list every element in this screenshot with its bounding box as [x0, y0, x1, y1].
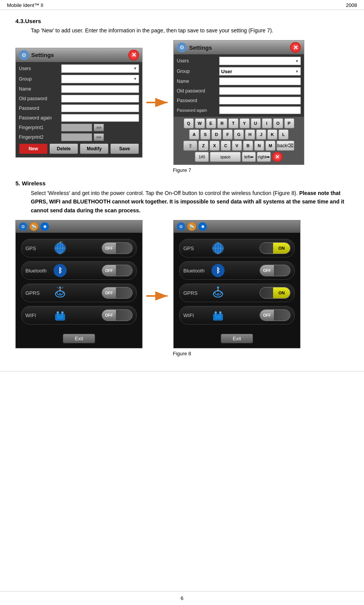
key-space[interactable]: space: [210, 152, 241, 162]
exit-btn-right[interactable]: Exit: [221, 334, 253, 343]
gps-icon-right: [210, 241, 226, 255]
svg-rect-16: [57, 316, 63, 319]
key-shift[interactable]: ⇧: [183, 141, 197, 151]
toggle-gprs-right[interactable]: ON: [260, 287, 290, 299]
section5-heading: 5. Wireless: [15, 180, 349, 187]
fp1-btn-left[interactable]: >>: [94, 124, 104, 131]
toggle-gps-left[interactable]: OFF: [102, 242, 133, 254]
select-users-left[interactable]: ▼: [61, 64, 139, 73]
key-T[interactable]: T: [228, 118, 238, 128]
key-O[interactable]: O: [273, 118, 283, 128]
field-row-oldpwd-left: Old password: [19, 95, 139, 103]
key-P[interactable]: P: [284, 118, 294, 128]
input-oldpwd-left[interactable]: [61, 95, 139, 103]
input-pwd-right[interactable]: [219, 97, 301, 104]
wireless-exit-left: Exit: [16, 331, 142, 348]
input-oldpwd-right[interactable]: [219, 87, 301, 95]
key-G[interactable]: G: [234, 129, 244, 139]
wifi-label-left: WIFI: [25, 313, 52, 318]
settings-titlebar-left: ⚙ Settings ✕: [16, 48, 142, 62]
input-name-left[interactable]: [61, 85, 139, 93]
key-F[interactable]: F: [223, 129, 233, 139]
key-M[interactable]: M: [265, 141, 275, 151]
key-H[interactable]: H: [245, 129, 255, 139]
wireless-body-left: GPS: [16, 233, 142, 331]
key-U[interactable]: U: [251, 118, 261, 128]
toggle-gprs-left[interactable]: OFF: [102, 287, 133, 299]
keyboard-row2: A S D F G H J K L: [175, 129, 302, 139]
section-43: 4.3.Users Tap 'New' to add user. Enter t…: [15, 18, 349, 173]
wireless-item-wifi-left: WIFI OFF: [21, 306, 137, 324]
wireless-box-left: ⚙ 📡 ✱ GPS: [15, 220, 143, 348]
key-right[interactable]: right➡: [257, 152, 271, 162]
input-pwd-left[interactable]: [61, 104, 139, 112]
wireless-titlebar-left: ⚙ 📡 ✱: [16, 220, 142, 233]
key-X[interactable]: X: [210, 141, 220, 151]
key-left[interactable]: left⬅: [242, 152, 256, 162]
toggle-gps-right[interactable]: ON: [260, 242, 290, 254]
key-J[interactable]: J: [256, 129, 266, 139]
key-num[interactable]: 1#0: [195, 152, 209, 162]
input-pwdagain-right[interactable]: [219, 106, 301, 114]
select-group-right[interactable]: User▼: [219, 67, 301, 76]
close-btn-right[interactable]: ✕: [290, 42, 301, 53]
field-row-group-left: Group ▼: [19, 75, 139, 83]
svg-point-11: [59, 287, 61, 289]
field-row-pwd-left: Password: [19, 104, 139, 112]
label-pwd-right: Password: [177, 98, 219, 103]
key-C[interactable]: C: [221, 141, 231, 151]
label-pwdagain-right: Password again: [177, 108, 219, 113]
key-R[interactable]: R: [217, 118, 227, 128]
key-V[interactable]: V: [232, 141, 242, 151]
wifi-icon-left: [52, 308, 68, 322]
key-E[interactable]: E: [206, 118, 216, 128]
input-name-right[interactable]: [219, 77, 301, 85]
input-pwdagain-left[interactable]: [61, 114, 139, 122]
select-group-left[interactable]: ▼: [61, 75, 139, 83]
key-L[interactable]: L: [278, 129, 289, 139]
group-value-right: User: [221, 69, 232, 74]
wireless-box-right: ⚙ 📡 ✱ GPS: [173, 220, 300, 348]
key-Q[interactable]: Q: [184, 118, 194, 128]
key-N[interactable]: N: [254, 141, 264, 151]
keyboard-row1: Q W E R T Y U I O P: [175, 118, 302, 128]
key-backspace[interactable]: back⌫: [277, 141, 294, 151]
key-K[interactable]: K: [267, 129, 277, 139]
key-I[interactable]: I: [262, 118, 272, 128]
settings-titlebar-left-group: ⚙ Settings: [19, 50, 54, 60]
label-oldpwd-right: Old password: [177, 88, 219, 94]
footer-divider: [0, 371, 364, 371]
fp2-btn-left[interactable]: >>: [94, 133, 104, 141]
key-D[interactable]: D: [211, 129, 221, 139]
key-S[interactable]: S: [200, 129, 210, 139]
toggle-bt-left[interactable]: OFF: [102, 265, 133, 276]
btn-delete-left[interactable]: Delete: [49, 143, 78, 154]
wireless-item-gprs-right: GPRS ON: [179, 284, 295, 302]
svg-point-31: [217, 293, 219, 295]
key-close[interactable]: ✕: [272, 152, 283, 162]
fp1-row-left: Fingerprint1 >>: [19, 124, 139, 131]
toggle-wifi-left[interactable]: OFF: [102, 309, 133, 321]
key-B[interactable]: B: [243, 141, 253, 151]
wireless-item-bt-right: Bluetooth ᛒ OFF: [179, 261, 295, 280]
select-users-right[interactable]: ▼: [219, 57, 301, 65]
btn-modify-left[interactable]: Modify: [80, 143, 109, 154]
settings-box-right: ⚙ Settings ✕ Users ▼: [173, 40, 304, 165]
btn-new-left[interactable]: New: [19, 143, 48, 154]
key-W[interactable]: W: [195, 118, 205, 128]
key-Y[interactable]: Y: [240, 118, 250, 128]
gprs-label-right: GPRS: [183, 290, 210, 296]
btn-save-left[interactable]: Save: [110, 143, 139, 154]
header-right: 2008: [346, 2, 357, 8]
key-A[interactable]: A: [189, 129, 199, 139]
close-btn-left[interactable]: ✕: [128, 50, 139, 61]
label-users-left: Users: [19, 66, 61, 71]
toggle-bt-right[interactable]: OFF: [260, 265, 290, 276]
svg-line-14: [62, 287, 63, 289]
figure7-arrow: [143, 97, 173, 108]
key-Z[interactable]: Z: [198, 141, 208, 151]
toggle-wifi-right[interactable]: OFF: [260, 309, 290, 321]
fp2-row-left: Fingerprint2 >>: [19, 133, 139, 141]
page-header: Mobile Ident™ II 2008: [0, 0, 364, 10]
exit-btn-left[interactable]: Exit: [63, 334, 95, 343]
